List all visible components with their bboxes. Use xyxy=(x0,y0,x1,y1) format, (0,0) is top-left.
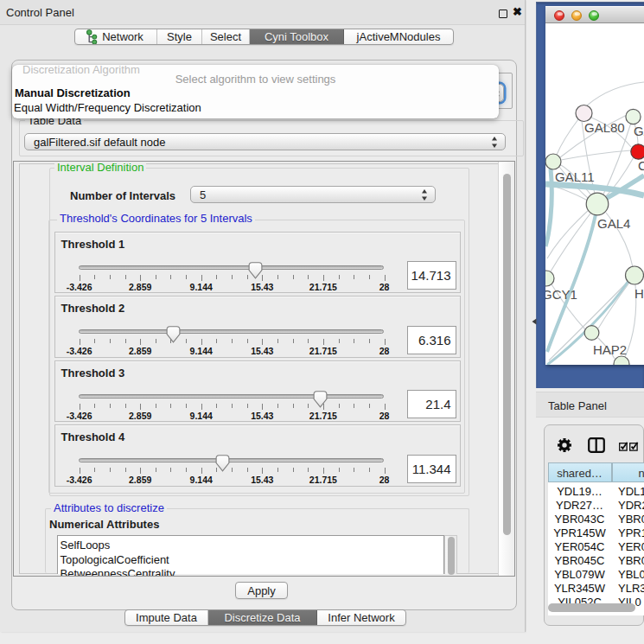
tab-cyni-toolbox[interactable]: Cyni Toolbox xyxy=(250,29,344,44)
tab-infer-network[interactable]: Infer Network xyxy=(317,610,405,625)
table-hscrollbar-thumb[interactable] xyxy=(548,603,635,612)
table-cell-name[interactable]: YPR1 xyxy=(618,526,644,539)
tick-label: -3.426 xyxy=(67,282,92,292)
network-edge xyxy=(547,210,589,258)
cyni-bottom-tabs: Impute DataDiscretize DataInfer Network xyxy=(124,609,406,626)
popup-item-prompt[interactable]: Select algorithm to view settings xyxy=(12,73,499,86)
table-cell-shared-name[interactable]: YER054C xyxy=(548,540,612,553)
attribute-item[interactable]: SelfLoops xyxy=(61,539,111,552)
close-traffic-light[interactable] xyxy=(554,10,564,21)
tab-style[interactable]: Style xyxy=(157,29,202,44)
table-cell-name[interactable]: YBL0 xyxy=(618,568,644,581)
right-region: GAL80GACGAL11GAL4GCY1HHAP2 Table Panel xyxy=(526,0,644,644)
algorithm-dropdown-popup: Discretization Algorithm Select algorith… xyxy=(12,65,499,118)
tab-label: jActiveMNodules xyxy=(357,30,441,43)
number-of-intervals-value: 5 xyxy=(200,188,206,201)
network-node-H[interactable] xyxy=(626,266,644,284)
tab-label: Style xyxy=(167,30,192,43)
tab-label: Select xyxy=(210,30,241,43)
control-panel-titlebar: Control Panel ✖ xyxy=(0,0,525,25)
network-node-HAP2[interactable] xyxy=(584,326,599,341)
minimize-traffic-light[interactable] xyxy=(571,10,582,21)
table-cell-shared-name[interactable]: YBR043C xyxy=(548,513,612,526)
column-header-name[interactable]: n xyxy=(612,462,644,482)
threshold-value-input[interactable]: 14.713 xyxy=(407,261,456,290)
attribute-table[interactable]: shared… n YDL19…YDL1YDR27…YDR2YBR043CYBR… xyxy=(548,462,644,615)
table-cell-name[interactable]: YDR2 xyxy=(618,499,644,512)
column-header-shared-name[interactable]: shared… xyxy=(548,462,612,482)
network-canvas[interactable]: GAL80GACGAL11GAL4GCY1HHAP2 xyxy=(545,23,644,365)
node-label: C xyxy=(638,158,644,173)
tab-label: Discretize Data xyxy=(224,611,300,624)
splitter-collapse-icon[interactable] xyxy=(532,318,537,325)
tab-select[interactable]: Select xyxy=(202,29,250,44)
tab-discretize-data[interactable]: Discretize Data xyxy=(208,610,317,625)
tick-label: 21.715 xyxy=(309,282,337,292)
slider-thumb[interactable] xyxy=(215,455,230,472)
numerical-attributes-list[interactable]: SelfLoopsTopologicalCoefficientBetweenne… xyxy=(57,535,444,574)
node-label: HAP2 xyxy=(593,342,627,357)
network-node-GAL80[interactable] xyxy=(576,105,592,122)
table-cell-name[interactable]: YDL1 xyxy=(618,485,644,498)
tab-network[interactable]: Network xyxy=(75,29,157,44)
settings-scrollbar[interactable] xyxy=(498,162,514,577)
attributes-scrollbar[interactable] xyxy=(444,535,457,574)
tab-impute-data[interactable]: Impute Data xyxy=(125,610,208,625)
network-node-GAL4[interactable] xyxy=(586,193,609,215)
table-data-combobox[interactable]: galFiltered.sif default node xyxy=(24,133,506,150)
table-cell-name[interactable]: YBR0 xyxy=(618,554,644,567)
node-label: GAL80 xyxy=(584,120,625,135)
table-panel-header: Table Panel xyxy=(536,392,644,418)
table-cell-shared-name[interactable]: YBR045C xyxy=(548,554,612,567)
threshold-value-input[interactable]: 6.316 xyxy=(407,326,456,354)
threshold-value-input[interactable]: 11.344 xyxy=(407,455,456,483)
checkbox-icon[interactable] xyxy=(629,442,639,451)
network-node-GAL11[interactable] xyxy=(545,154,561,169)
network-window: GAL80GACGAL11GAL4GCY1HHAP2 xyxy=(545,6,644,365)
interval-definition-title: Interval Definition xyxy=(54,162,146,173)
zoom-traffic-light[interactable] xyxy=(589,10,599,21)
checkbox-icon[interactable] xyxy=(619,442,628,451)
combo-stepper-icon xyxy=(491,136,498,149)
settings-scrollpane: Interval Definition Number of Intervals … xyxy=(13,161,515,577)
popup-item-equal-width[interactable]: Equal Width/Frequency Discretization xyxy=(14,101,201,114)
node-label: H xyxy=(634,286,644,301)
slider-thumb[interactable] xyxy=(166,326,181,343)
tick-label: 15.43 xyxy=(251,475,273,485)
table-cell-name[interactable]: YER0 xyxy=(618,540,644,553)
table-cell-shared-name[interactable]: YPR145W xyxy=(548,526,612,539)
attribute-item[interactable]: TopologicalCoefficient xyxy=(61,553,169,566)
network-edge xyxy=(551,214,590,271)
attribute-item[interactable]: BetweennessCentrality xyxy=(61,567,175,577)
tick-label: 2.859 xyxy=(129,282,151,292)
attributes-scrollbar-thumb[interactable] xyxy=(448,537,455,575)
table-cell-name[interactable]: YLR3 xyxy=(618,582,644,595)
table-cell-shared-name[interactable]: YBL079W xyxy=(548,568,612,581)
popup-item-manual-discretization[interactable]: Manual Discretization xyxy=(15,86,131,99)
table-cell-shared-name[interactable]: YDR27… xyxy=(548,499,612,512)
close-icon[interactable]: ✖ xyxy=(513,5,522,18)
network-node-GA[interactable] xyxy=(626,109,641,124)
table-cell-name[interactable]: YBR0 xyxy=(618,513,644,526)
cyni-toolbox-content: Discretization Algorithm Discretization … xyxy=(11,60,517,610)
slider-thumb[interactable] xyxy=(313,391,328,408)
tick-label: -3.426 xyxy=(67,475,92,485)
network-node-C[interactable] xyxy=(631,144,644,159)
number-of-intervals-combobox[interactable]: 5 xyxy=(190,186,436,203)
slider-thumb[interactable] xyxy=(248,262,263,279)
table-cell-shared-name[interactable]: YDL19… xyxy=(548,485,612,498)
table-cell-shared-name[interactable]: YLR345W xyxy=(548,582,612,595)
apply-button[interactable]: Apply xyxy=(235,582,288,599)
table-data-combobox-value: galFiltered.sif default node xyxy=(34,136,165,149)
tick-label: 2.859 xyxy=(129,346,151,356)
number-of-intervals-label: Number of Intervals xyxy=(70,189,175,202)
columns-icon[interactable] xyxy=(588,437,605,453)
float-icon[interactable] xyxy=(499,10,507,18)
gear-icon[interactable] xyxy=(558,438,571,452)
tab-jactivemnodules[interactable]: jActiveMNodules xyxy=(344,29,453,44)
settings-scrollbar-thumb[interactable] xyxy=(503,174,511,535)
network-window-titlebar[interactable] xyxy=(545,6,644,23)
threshold-value-input[interactable]: 21.4 xyxy=(407,390,456,418)
network-node-GCY1[interactable] xyxy=(545,271,554,286)
network-node[interactable] xyxy=(614,356,629,365)
